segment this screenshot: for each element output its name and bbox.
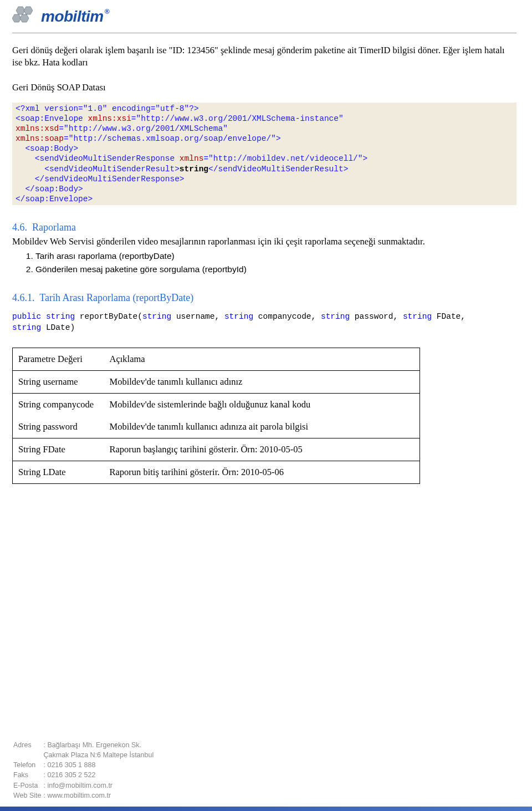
soap-response-code: <?xml version="1.0" encoding="utf-8"?> <… <box>12 103 516 205</box>
svg-marker-3 <box>20 14 29 22</box>
soap-response-heading: Geri Dönüş SOAP Datası <box>12 81 516 94</box>
table-row: String LDate Raporun bitiş tarihini göst… <box>13 461 420 484</box>
intro-paragraph: Geri dönüş değeri olarak işlem başarılı … <box>12 44 516 69</box>
report-options-list: Tarih arası raporlama (reportbyDate) Gön… <box>35 250 516 276</box>
method-signature: public string reportByDate(string userna… <box>12 312 516 333</box>
param-desc: Mobildev'de sistemlerinde bağlı olduğunu… <box>104 394 420 416</box>
param-desc: Raporun başlangıç tarihini gösterir. Örn… <box>104 438 420 461</box>
param-desc: Raporun bitiş tarihini gösterir. Örn: 20… <box>104 461 420 484</box>
param-name: String companycode <box>13 394 104 416</box>
svg-marker-1 <box>24 7 33 14</box>
table-row: String username Mobildev'de tanımlı kull… <box>13 371 420 394</box>
param-desc: Mobildev'de tanımlı kullanıcı adınıza ai… <box>104 416 420 438</box>
table-header-cell: Parametre Değeri <box>13 348 104 371</box>
heading-4-6: 4.6. Raporlama <box>12 222 516 233</box>
section-4-6-text: Mobildev Web Servisi gönderilen video me… <box>12 236 516 248</box>
page-footer: Adres: Bağlarbaşı Mh. Ergenekon Sk. Çakm… <box>12 739 156 802</box>
param-name: String username <box>13 371 104 394</box>
list-item: Tarih arası raporlama (reportbyDate) <box>35 250 516 262</box>
parameter-table: Parametre Değeri Açıklama String usernam… <box>12 348 420 484</box>
table-header-row: Parametre Değeri Açıklama <box>13 348 420 371</box>
table-row: String password Mobildev'de tanımlı kull… <box>13 416 420 438</box>
footer-accent-bar <box>0 807 532 811</box>
param-name: String LDate <box>13 461 104 484</box>
list-item: Gönderilen mesaj paketine göre sorgulama… <box>35 263 516 276</box>
param-name: String password <box>13 416 104 438</box>
heading-4-6-1: 4.6.1. Tarih Arası Raporlama (reportByDa… <box>12 292 516 304</box>
param-name: String FDate <box>13 438 104 461</box>
table-header-cell: Açıklama <box>104 348 420 371</box>
param-desc: Mobildev'de tanımlı kullanıcı adınız <box>104 371 420 394</box>
hex-logo-icon <box>12 6 37 28</box>
document-header: mobiltim® <box>12 0 516 33</box>
logo-text: mobiltim® <box>41 8 109 25</box>
table-row: String FDate Raporun başlangıç tarihini … <box>13 438 420 461</box>
table-row: String companycode Mobildev'de sistemler… <box>13 394 420 416</box>
